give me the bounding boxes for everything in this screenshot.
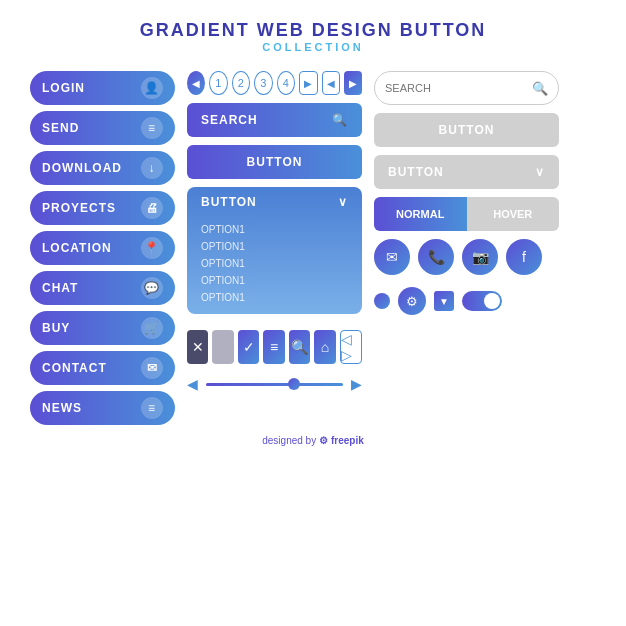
search-label: SEARCH <box>201 113 258 127</box>
proyects-button[interactable]: PROYECTS 🖨 <box>30 191 175 225</box>
page-1[interactable]: 1 <box>209 71 228 95</box>
chevron-down-gray-icon: ∨ <box>535 165 545 179</box>
footer: designed by ⚙ freepik <box>30 435 596 446</box>
slider-track[interactable] <box>206 383 343 386</box>
radio-button[interactable] <box>374 293 390 309</box>
close-icon-button[interactable]: ✕ <box>187 330 208 364</box>
middle-column: ◀ 1 2 3 4 ▶ ◀ ▶ SEARCH 🔍 BUTTON BU <box>187 71 362 425</box>
arrows-icon-button[interactable]: ◁ ▷ <box>340 330 362 364</box>
search-icon: 🔍 <box>332 113 348 127</box>
location-icon: 📍 <box>141 237 163 259</box>
dropdown-header[interactable]: BUTTON ∨ <box>187 187 362 217</box>
slider-left-arrow[interactable]: ◀ <box>187 376 198 392</box>
download-button[interactable]: DOWNLOAD ↓ <box>30 151 175 185</box>
search-icon-button[interactable]: 🔍 <box>289 330 310 364</box>
search-magnifier-icon: 🔍 <box>532 81 548 96</box>
normal-hover-row: NORMAL HOVER <box>374 197 559 231</box>
gear-settings-button[interactable]: ⚙ <box>398 287 426 315</box>
news-label: NEWS <box>42 401 82 415</box>
forward-arrow[interactable]: ▶ <box>344 71 362 95</box>
proyects-icon: 🖨 <box>141 197 163 219</box>
icon-buttons-row: ✕ ✓ ≡ 🔍 ⌂ ◁ ▷ <box>187 330 362 364</box>
pagination-row: ◀ 1 2 3 4 ▶ ◀ ▶ <box>187 71 362 95</box>
toggle-knob <box>484 293 500 309</box>
prev-arrow[interactable]: ◀ <box>187 71 205 95</box>
play-arrow[interactable]: ▶ <box>299 71 318 95</box>
location-button[interactable]: LOCATION 📍 <box>30 231 175 265</box>
page-header: GRADIENT WEB DESIGN BUTTON COLLECTION <box>30 20 596 53</box>
location-label: LOCATION <box>42 241 112 255</box>
footer-logo: designed by ⚙ freepik <box>262 435 364 446</box>
send-button[interactable]: SEND ≡ <box>30 111 175 145</box>
dropdown-option-5[interactable]: OPTION1 <box>201 289 348 306</box>
contact-button[interactable]: CONTACT ✉ <box>30 351 175 385</box>
search-input[interactable] <box>385 82 532 94</box>
send-label: SEND <box>42 121 79 135</box>
slider-row: ◀ ▶ <box>187 376 362 392</box>
news-button[interactable]: NEWS ≡ <box>30 391 175 425</box>
slider-right-arrow[interactable]: ▶ <box>351 376 362 392</box>
main-layout: LOGIN 👤 SEND ≡ DOWNLOAD ↓ PROYECTS 🖨 LOC… <box>30 71 596 425</box>
left-column: LOGIN 👤 SEND ≡ DOWNLOAD ↓ PROYECTS 🖨 LOC… <box>30 71 175 425</box>
back-arrow[interactable]: ◀ <box>322 71 341 95</box>
send-icon: ≡ <box>141 117 163 139</box>
chevron-down-icon: ∨ <box>338 195 348 209</box>
page-4[interactable]: 4 <box>277 71 296 95</box>
check-icon-button[interactable]: ✓ <box>238 330 259 364</box>
user-icon: 👤 <box>141 77 163 99</box>
download-icon: ↓ <box>141 157 163 179</box>
buy-button[interactable]: BUY 🛒 <box>30 311 175 345</box>
instagram-social-icon[interactable]: 📷 <box>462 239 498 275</box>
button-gray-label: BUTTON <box>439 123 495 137</box>
settings-row: ⚙ ▼ <box>374 287 559 315</box>
search-input-wrap[interactable]: 🔍 <box>374 71 559 105</box>
download-label: DOWNLOAD <box>42 161 122 175</box>
page-3[interactable]: 3 <box>254 71 273 95</box>
buy-icon: 🛒 <box>141 317 163 339</box>
button-gradient-label: BUTTON <box>247 155 303 169</box>
dropdown-options: OPTION1 OPTION1 OPTION1 OPTION1 OPTION1 <box>187 217 362 314</box>
blank-button[interactable] <box>212 330 233 364</box>
dropdown-gray-label: BUTTON <box>388 165 444 179</box>
page-subtitle: COLLECTION <box>30 41 596 53</box>
contact-label: CONTACT <box>42 361 107 375</box>
login-label: LOGIN <box>42 81 85 95</box>
toggle-switch[interactable] <box>462 291 502 311</box>
dropdown-gradient[interactable]: BUTTON ∨ OPTION1 OPTION1 OPTION1 OPTION1… <box>187 187 362 314</box>
freepik-brand: ⚙ freepik <box>319 435 364 446</box>
dropdown-option-3[interactable]: OPTION1 <box>201 255 348 272</box>
proyects-label: PROYECTS <box>42 201 116 215</box>
button-gradient[interactable]: BUTTON <box>187 145 362 179</box>
button-gray[interactable]: BUTTON <box>374 113 559 147</box>
phone-social-icon[interactable]: 📞 <box>418 239 454 275</box>
page-title: GRADIENT WEB DESIGN BUTTON <box>30 20 596 41</box>
footer-text: designed by <box>262 435 316 446</box>
down-arrow-button[interactable]: ▼ <box>434 291 454 311</box>
login-button[interactable]: LOGIN 👤 <box>30 71 175 105</box>
right-column: 🔍 BUTTON BUTTON ∨ NORMAL HOVER <box>374 71 559 425</box>
chat-button[interactable]: CHAT 💬 <box>30 271 175 305</box>
search-gradient-button[interactable]: SEARCH 🔍 <box>187 103 362 137</box>
chat-label: CHAT <box>42 281 78 295</box>
chat-icon: 💬 <box>141 277 163 299</box>
hover-button[interactable]: HOVER <box>467 197 560 231</box>
dropdown-option-4[interactable]: OPTION1 <box>201 272 348 289</box>
facebook-social-icon[interactable]: f <box>506 239 542 275</box>
email-social-icon[interactable]: ✉ <box>374 239 410 275</box>
dropdown-option-2[interactable]: OPTION1 <box>201 238 348 255</box>
dropdown-option-1[interactable]: OPTION1 <box>201 221 348 238</box>
hover-label: HOVER <box>493 208 532 220</box>
normal-label: NORMAL <box>396 208 444 220</box>
contact-icon: ✉ <box>141 357 163 379</box>
news-icon: ≡ <box>141 397 163 419</box>
normal-button[interactable]: NORMAL <box>374 197 467 231</box>
home-icon-button[interactable]: ⌂ <box>314 330 335 364</box>
dropdown-gray[interactable]: BUTTON ∨ <box>374 155 559 189</box>
slider-thumb[interactable] <box>288 378 300 390</box>
menu-icon-button[interactable]: ≡ <box>263 330 284 364</box>
page-2[interactable]: 2 <box>232 71 251 95</box>
buy-label: BUY <box>42 321 70 335</box>
social-icons-row: ✉ 📞 📷 f <box>374 239 559 275</box>
dropdown-label: BUTTON <box>201 195 257 209</box>
